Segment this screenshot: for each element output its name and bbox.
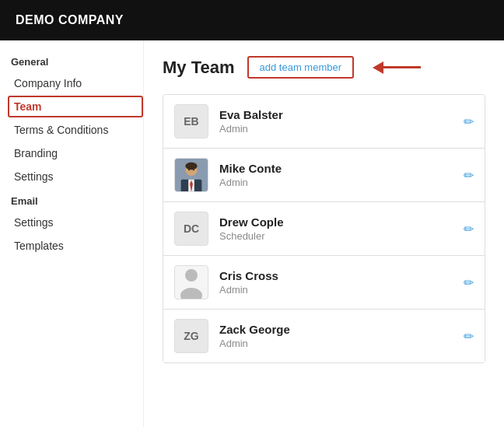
- avatar-initials: ZG: [184, 330, 198, 342]
- member-role: Scheduler: [219, 230, 464, 242]
- sidebar-item-branding[interactable]: Branding: [8, 142, 143, 164]
- page-title: My Team: [163, 58, 235, 78]
- add-team-member-button[interactable]: add team member: [247, 56, 355, 79]
- main-content: My Team add team member EB Eva Balster A…: [144, 40, 504, 427]
- member-info-zack-george: Zack George Admin: [219, 323, 464, 349]
- sidebar-item-templates[interactable]: Templates: [8, 235, 143, 257]
- person-photo-mike: [175, 158, 208, 192]
- member-name: Cris Cross: [219, 269, 464, 282]
- avatar-drew-cople: DC: [174, 212, 208, 246]
- avatar-mike-conte: [174, 158, 208, 192]
- member-role: Admin: [219, 123, 464, 135]
- member-name: Mike Conte: [219, 162, 464, 175]
- avatar-cris-cross: [174, 265, 208, 299]
- edit-button-eva-balster[interactable]: ✏: [464, 114, 474, 129]
- team-list: EB Eva Balster Admin ✏: [163, 94, 485, 363]
- app-header: DEMO COMPANY: [0, 0, 504, 40]
- team-member-mike-conte: Mike Conte Admin ✏: [163, 149, 485, 202]
- main-layout: General Company Info Team Terms & Condit…: [0, 40, 504, 427]
- member-role: Admin: [219, 338, 464, 349]
- avatar-eva-balster: EB: [174, 104, 208, 138]
- member-name: Drew Cople: [219, 215, 464, 229]
- company-name: DEMO COMPANY: [16, 13, 124, 27]
- sidebar-item-settings-general[interactable]: Settings: [8, 166, 143, 187]
- sidebar-item-settings-email[interactable]: Settings: [8, 212, 143, 233]
- sidebar-section-email: Email: [8, 195, 143, 207]
- team-member-drew-cople: DC Drew Cople Scheduler ✏: [163, 202, 485, 256]
- arrow-annotation: [373, 61, 421, 74]
- member-info-eva-balster: Eva Balster Admin: [219, 108, 464, 135]
- avatar-initials: EB: [184, 115, 198, 128]
- silhouette-icon: [177, 268, 205, 299]
- member-info-drew-cople: Drew Cople Scheduler: [219, 215, 464, 242]
- team-member-eva-balster: EB Eva Balster Admin ✏: [163, 95, 485, 149]
- member-name: Eva Balster: [219, 108, 464, 121]
- arrow-line: [382, 66, 421, 68]
- edit-button-drew-cople[interactable]: ✏: [464, 222, 474, 236]
- edit-button-cris-cross[interactable]: ✏: [464, 275, 474, 290]
- member-role: Admin: [219, 284, 464, 296]
- sidebar-section-general: General: [8, 56, 143, 68]
- edit-button-zack-george[interactable]: ✏: [464, 329, 474, 344]
- svg-point-9: [180, 288, 202, 299]
- svg-point-7: [193, 169, 194, 170]
- svg-point-6: [188, 169, 190, 170]
- member-name: Zack George: [219, 323, 464, 336]
- avatar-zack-george: ZG: [174, 319, 208, 353]
- sidebar: General Company Info Team Terms & Condit…: [0, 40, 144, 427]
- sidebar-item-terms[interactable]: Terms & Conditions: [8, 119, 143, 141]
- edit-button-mike-conte[interactable]: ✏: [464, 168, 474, 183]
- sidebar-item-team[interactable]: Team: [8, 96, 143, 117]
- team-member-zack-george: ZG Zack George Admin ✏: [163, 310, 485, 362]
- member-info-cris-cross: Cris Cross Admin: [219, 269, 464, 296]
- svg-point-8: [185, 269, 198, 282]
- avatar-initials: DC: [184, 222, 199, 235]
- member-info-mike-conte: Mike Conte Admin: [219, 162, 464, 188]
- svg-point-2: [185, 163, 197, 170]
- sidebar-item-company-info[interactable]: Company Info: [8, 72, 143, 94]
- team-member-cris-cross: Cris Cross Admin ✏: [163, 256, 485, 310]
- member-role: Admin: [219, 177, 464, 188]
- page-header: My Team add team member: [163, 56, 485, 79]
